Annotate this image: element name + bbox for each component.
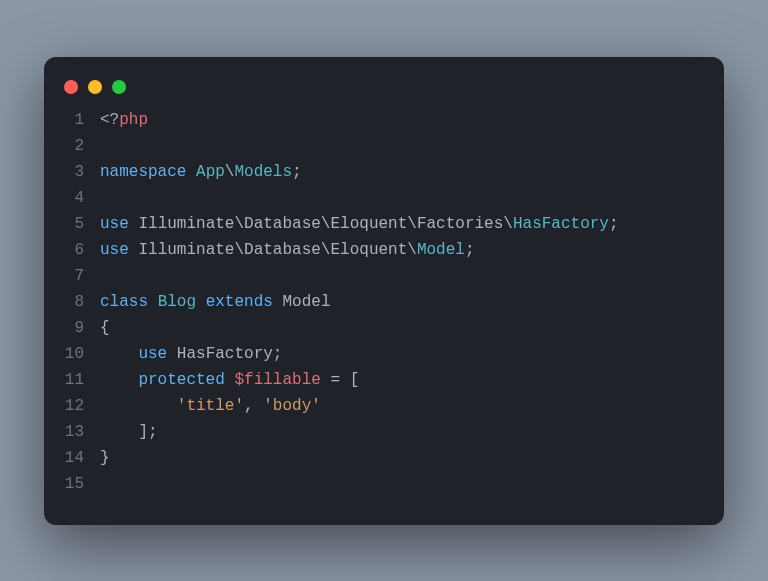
code-line[interactable]: 14}	[64, 445, 704, 471]
code-content[interactable]: 'title', 'body'	[100, 393, 321, 419]
line-number: 5	[64, 211, 100, 237]
line-number: 4	[64, 185, 100, 211]
code-line[interactable]: 6use Illuminate\Database\Eloquent\Model;	[64, 237, 704, 263]
titlebar	[44, 67, 724, 107]
close-icon[interactable]	[64, 80, 78, 94]
line-number: 14	[64, 445, 100, 471]
line-number: 15	[64, 471, 100, 497]
line-number: 8	[64, 289, 100, 315]
code-content[interactable]: use Illuminate\Database\Eloquent\Model;	[100, 237, 475, 263]
line-number: 7	[64, 263, 100, 289]
code-line[interactable]: 11 protected $fillable = [	[64, 367, 704, 393]
code-line[interactable]: 13 ];	[64, 419, 704, 445]
line-number: 1	[64, 107, 100, 133]
code-line[interactable]: 12 'title', 'body'	[64, 393, 704, 419]
code-line[interactable]: 2	[64, 133, 704, 159]
code-line[interactable]: 15	[64, 471, 704, 497]
code-line[interactable]: 1<?php	[64, 107, 704, 133]
line-number: 2	[64, 133, 100, 159]
code-line[interactable]: 10 use HasFactory;	[64, 341, 704, 367]
code-area[interactable]: 1<?php23namespace App\Models;45use Illum…	[44, 107, 724, 497]
code-content[interactable]: protected $fillable = [	[100, 367, 359, 393]
code-content[interactable]: use HasFactory;	[100, 341, 282, 367]
code-line[interactable]: 3namespace App\Models;	[64, 159, 704, 185]
code-content[interactable]: namespace App\Models;	[100, 159, 302, 185]
line-number: 13	[64, 419, 100, 445]
code-content[interactable]: {	[100, 315, 110, 341]
code-line[interactable]: 7	[64, 263, 704, 289]
code-line[interactable]: 8class Blog extends Model	[64, 289, 704, 315]
maximize-icon[interactable]	[112, 80, 126, 94]
line-number: 12	[64, 393, 100, 419]
line-number: 10	[64, 341, 100, 367]
line-number: 9	[64, 315, 100, 341]
editor-window: 1<?php23namespace App\Models;45use Illum…	[44, 57, 724, 525]
code-content[interactable]: }	[100, 445, 110, 471]
code-line[interactable]: 9{	[64, 315, 704, 341]
code-content[interactable]: class Blog extends Model	[100, 289, 330, 315]
code-line[interactable]: 5use Illuminate\Database\Eloquent\Factor…	[64, 211, 704, 237]
code-content[interactable]: <?php	[100, 107, 148, 133]
line-number: 11	[64, 367, 100, 393]
minimize-icon[interactable]	[88, 80, 102, 94]
code-line[interactable]: 4	[64, 185, 704, 211]
line-number: 6	[64, 237, 100, 263]
code-content[interactable]: ];	[100, 419, 158, 445]
line-number: 3	[64, 159, 100, 185]
code-content[interactable]: use Illuminate\Database\Eloquent\Factori…	[100, 211, 619, 237]
